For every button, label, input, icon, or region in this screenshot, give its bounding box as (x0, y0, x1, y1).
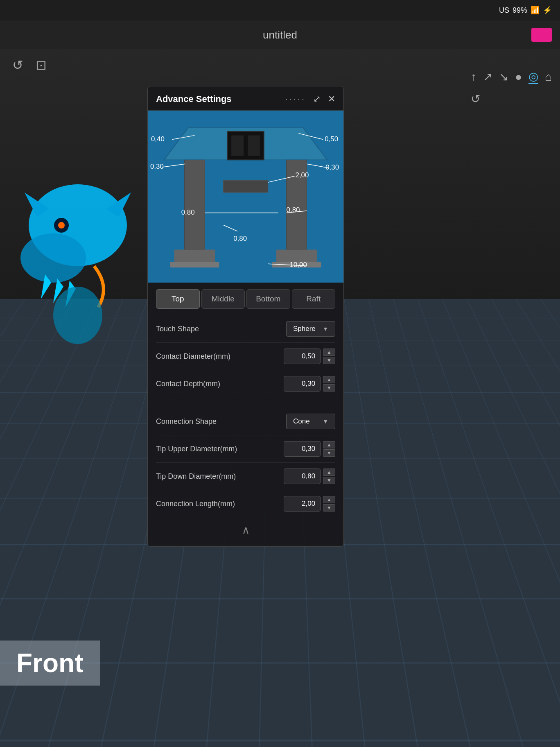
connection-shape-label: Connection Shape (156, 417, 217, 426)
app-title: untitled (263, 29, 297, 41)
tool-icon-2[interactable]: ↗ (483, 70, 492, 84)
touch-shape-value: Sphere (293, 325, 316, 333)
touch-shape-row: Touch Shape Sphere ▼ (156, 315, 335, 343)
contact-depth-down[interactable]: ▼ (323, 384, 335, 392)
dialog-dots: ····· (285, 94, 306, 104)
svg-rect-13 (248, 136, 260, 156)
connection-settings-section: Connection Shape Cone ▼ Tip Upper Diamet… (148, 405, 343, 520)
connection-length-row: Connection Length(mm) 2,00 ▲ ▼ (156, 490, 335, 517)
diagram-val-mid-right: 0,80 (287, 206, 300, 214)
contact-diameter-control: 0,50 ▲ ▼ (284, 349, 335, 364)
section-divider (148, 400, 343, 405)
contact-diameter-value[interactable]: 0,50 (284, 349, 321, 364)
front-label-container: Front (0, 641, 100, 686)
tool-icon-1[interactable]: ↑ (471, 70, 476, 84)
tip-down-diameter-control: 0,80 ▲ ▼ (284, 469, 335, 484)
diagram-val-left: 0,30 (150, 163, 164, 170)
tip-down-diameter-spinner: ▲ ▼ (323, 469, 335, 484)
front-label-text: Front (16, 648, 84, 678)
toolbar-left: ↺ ⊡ (12, 57, 47, 73)
tip-upper-diameter-down[interactable]: ▼ (323, 449, 335, 457)
connection-length-up[interactable]: ▲ (323, 496, 335, 503)
contact-diameter-spinner: ▲ ▼ (323, 349, 335, 364)
tool-icon-3[interactable]: ↘ (499, 70, 508, 84)
touch-settings-section: Touch Shape Sphere ▼ Contact Diameter(mm… (148, 313, 343, 400)
tip-down-diameter-down[interactable]: ▼ (323, 477, 335, 484)
connection-length-control: 2,00 ▲ ▼ (284, 496, 335, 512)
svg-rect-15 (174, 249, 215, 262)
connection-shape-arrow: ▼ (323, 418, 328, 425)
undo-icon[interactable]: ↺ (12, 57, 23, 73)
tip-down-diameter-label: Tip Down Diameter(mm) (156, 472, 236, 481)
svg-rect-18 (223, 180, 268, 192)
tip-down-diameter-row: Tip Down Diameter(mm) 0,80 ▲ ▼ (156, 463, 335, 490)
svg-rect-19 (170, 262, 219, 267)
tip-down-diameter-up[interactable]: ▲ (323, 469, 335, 476)
connection-shape-value: Cone (293, 417, 310, 426)
dragon-svg (12, 143, 143, 348)
diagram-val-mid-left: 0,80 (181, 208, 195, 216)
contact-depth-control: 0,30 ▲ ▼ (284, 376, 335, 392)
3d-model-viewport (12, 143, 143, 348)
diagram-val-top-left: 0,40 (151, 135, 165, 143)
diagram-svg: 0,40 0,50 0,30 0,30 2,00 0,80 0,80 0,80 … (148, 111, 343, 283)
contact-depth-label: Contact Depth(mm) (156, 380, 220, 388)
touch-shape-dropdown[interactable]: Sphere ▼ (286, 321, 335, 337)
rotate-icon[interactable]: ↺ (471, 92, 480, 106)
tip-down-diameter-value[interactable]: 0,80 (284, 469, 321, 484)
tip-upper-diameter-control: 0,30 ▲ ▼ (284, 441, 335, 457)
status-bar: US 99% 📶 ⚡ (0, 0, 560, 20)
diagram-val-top-right: 0,50 (325, 135, 338, 143)
collapse-button[interactable]: ∧ (242, 524, 250, 536)
title-bar: untitled (0, 20, 560, 49)
diagram-val-center: 2,00 (295, 171, 309, 179)
svg-point-1 (20, 233, 86, 283)
tab-raft[interactable]: Raft (292, 289, 336, 309)
svg-point-9 (53, 287, 102, 344)
wifi-icon: 📶 (531, 6, 540, 15)
connection-shape-row: Connection Shape Cone ▼ (156, 408, 335, 435)
connection-length-label: Connection Length(mm) (156, 500, 235, 508)
contact-depth-value[interactable]: 0,30 (284, 376, 321, 392)
tip-upper-diameter-up[interactable]: ▲ (323, 441, 335, 448)
bluetooth-icon: ⚡ (543, 6, 552, 15)
tip-upper-diameter-label: Tip Upper Diameter(mm) (156, 445, 237, 453)
diagram-val-mid-center: 0,80 (233, 235, 247, 242)
circle-icon[interactable]: ● (515, 70, 522, 84)
view-icon[interactable]: ⊡ (36, 57, 47, 73)
connection-length-down[interactable]: ▼ (323, 504, 335, 512)
contact-diameter-down[interactable]: ▼ (323, 357, 335, 364)
svg-rect-14 (185, 160, 205, 249)
home-icon[interactable]: ⌂ (545, 70, 552, 84)
touch-shape-label: Touch Shape (156, 325, 199, 333)
circle-outline-icon[interactable]: ◎ (528, 70, 538, 84)
toolbar-right: ↑ ↗ ↘ ● ◎ ⌂ ↺ (471, 70, 552, 106)
connection-shape-dropdown[interactable]: Cone ▼ (286, 414, 335, 429)
advance-settings-dialog: Advance Settings ····· ⤢ ✕ (147, 86, 344, 547)
connection-length-value[interactable]: 2,00 (284, 496, 321, 512)
dialog-footer: ∧ (148, 520, 343, 538)
contact-depth-row: Contact Depth(mm) 0,30 ▲ ▼ (156, 370, 335, 397)
contact-diameter-label: Contact Diameter(mm) (156, 352, 230, 361)
contact-diameter-up[interactable]: ▲ (323, 349, 335, 356)
diagram-val-bottom: 10,00 (290, 261, 307, 269)
svg-rect-17 (276, 249, 317, 262)
title-action-button[interactable] (531, 28, 552, 42)
tab-bar: Top Middle Bottom Raft (148, 283, 343, 313)
battery-indicator: 99% (513, 6, 527, 15)
svg-line-23 (162, 164, 185, 167)
tip-upper-diameter-value[interactable]: 0,30 (284, 441, 321, 457)
support-diagram: 0,40 0,50 0,30 0,30 2,00 0,80 0,80 0,80 … (148, 111, 343, 283)
dialog-close-button[interactable]: ✕ (328, 94, 335, 104)
svg-point-8 (58, 222, 65, 229)
touch-shape-arrow: ▼ (323, 326, 328, 332)
diagram-val-right: 0,30 (325, 163, 339, 171)
tab-bottom[interactable]: Bottom (246, 289, 290, 309)
tab-top[interactable]: Top (156, 289, 200, 309)
tip-upper-diameter-spinner: ▲ ▼ (323, 441, 335, 457)
dialog-header: Advance Settings ····· ⤢ ✕ (148, 86, 343, 111)
contact-diameter-row: Contact Diameter(mm) 0,50 ▲ ▼ (156, 343, 335, 370)
tab-middle[interactable]: Middle (201, 289, 245, 309)
dialog-expand-button[interactable]: ⤢ (313, 94, 321, 104)
contact-depth-up[interactable]: ▲ (323, 376, 335, 383)
